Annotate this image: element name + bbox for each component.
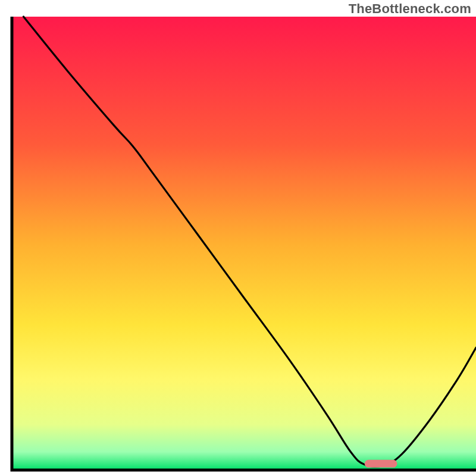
gradient-background — [12, 17, 476, 470]
optimal-range-marker — [365, 460, 397, 468]
bottleneck-chart — [0, 0, 476, 476]
watermark-text: TheBottleneck.com — [349, 1, 471, 17]
chart-container: TheBottleneck.com — [0, 0, 476, 476]
